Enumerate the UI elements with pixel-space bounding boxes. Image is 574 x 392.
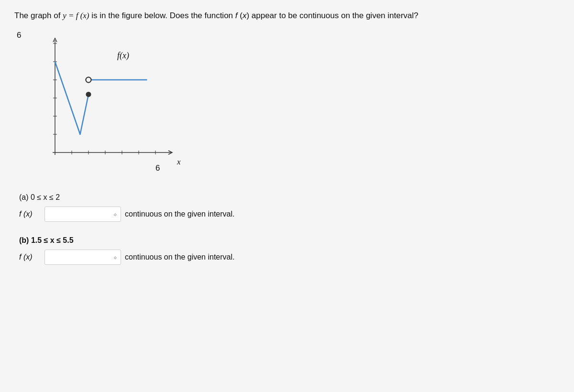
problem-text-suffix: is in the figure below. Does the functio… [91,11,418,20]
part-a-dropdown-wrapper: is is not ⬦ [44,207,121,222]
problem-equation: y = f (x) [63,11,89,20]
function-graph [29,31,191,172]
x-axis-label: x [177,157,181,167]
problem-statement: The graph of y = f (x) is in the figure … [14,10,560,22]
part-b-dropdown[interactable]: is is not [44,250,121,265]
parts-section: (a) 0 ≤ x ≤ 2 f (x) is is not ⬦ continuo… [19,193,560,265]
page: The graph of y = f (x) is in the figure … [0,0,574,392]
y-axis-label: 6 [17,31,21,40]
problem-text-prefix: The graph of [14,11,63,20]
part-a-fx-label: f (x) [19,210,38,218]
fx-label: f(x) [117,51,129,61]
part-b-label: (b) 1.5 ≤ x ≤ 5.5 [19,236,560,245]
part-b-dropdown-wrapper: is is not ⬦ [44,250,121,265]
part-a-suffix: continuous on the given interval. [125,210,234,218]
graph-area: 6 f(x) x 6 [29,31,210,179]
part-b-fx-label: f (x) [19,253,38,261]
part-a-label: (a) 0 ≤ x ≤ 2 [19,193,560,202]
part-b-row: f (x) is is not ⬦ continuous on the give… [19,250,560,265]
part-b-suffix: continuous on the given interval. [125,253,234,261]
part-a-dropdown[interactable]: is is not [44,207,121,222]
x-axis-max-label: 6 [155,163,160,173]
part-a-row: f (x) is is not ⬦ continuous on the give… [19,207,560,222]
